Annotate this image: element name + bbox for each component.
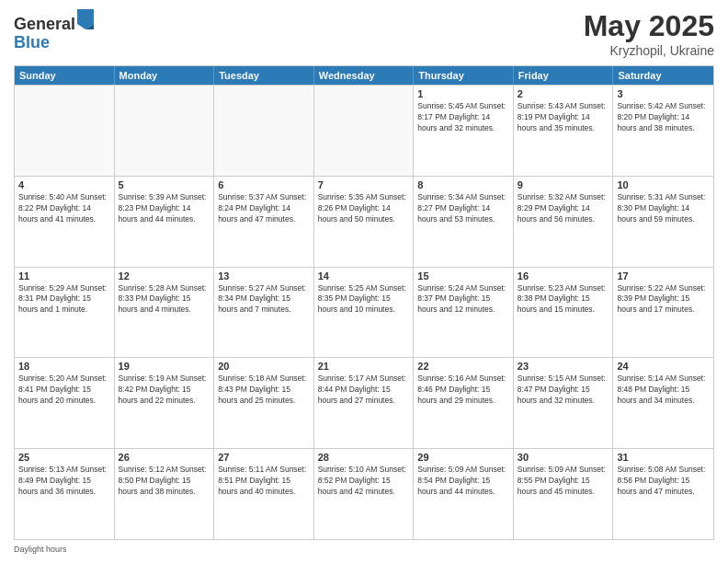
calendar-cell: 22Sunrise: 5:16 AM Sunset: 8:46 PM Dayli… (414, 358, 514, 448)
day-number: 2 (518, 88, 609, 99)
day-number: 8 (417, 179, 509, 190)
day-info: Sunrise: 5:13 AM Sunset: 8:49 PM Dayligh… (18, 465, 110, 498)
day-number: 21 (318, 361, 410, 372)
calendar-cell: 17Sunrise: 5:22 AM Sunset: 8:39 PM Dayli… (613, 268, 713, 358)
calendar-cell: 6Sunrise: 5:37 AM Sunset: 8:24 PM Daylig… (214, 177, 314, 267)
header-day-sunday: Sunday (15, 66, 115, 85)
logo-icon (77, 9, 94, 29)
logo: General Blue (14, 9, 94, 52)
footer-daylight: Daylight hours (14, 545, 67, 554)
calendar-cell: 1Sunrise: 5:45 AM Sunset: 8:17 PM Daylig… (414, 86, 514, 176)
day-info: Sunrise: 5:18 AM Sunset: 8:43 PM Dayligh… (218, 373, 310, 407)
day-info: Sunrise: 5:45 AM Sunset: 8:17 PM Dayligh… (417, 101, 509, 134)
day-number: 20 (218, 361, 310, 372)
header-day-saturday: Saturday (613, 66, 713, 85)
title-block: May 2025 Kryzhopil, Ukraine (584, 9, 714, 58)
calendar-cell: 10Sunrise: 5:31 AM Sunset: 8:30 PM Dayli… (613, 177, 713, 267)
day-info: Sunrise: 5:08 AM Sunset: 8:56 PM Dayligh… (617, 465, 710, 498)
day-number: 5 (119, 179, 210, 190)
day-number: 31 (617, 452, 710, 463)
header-day-monday: Monday (115, 66, 215, 85)
calendar-cell (314, 86, 415, 176)
calendar-cell: 5Sunrise: 5:39 AM Sunset: 8:23 PM Daylig… (115, 177, 215, 267)
header-day-friday: Friday (514, 66, 614, 85)
day-number: 23 (518, 361, 609, 372)
calendar-cell: 11Sunrise: 5:29 AM Sunset: 8:31 PM Dayli… (15, 268, 115, 358)
daylight-label: Daylight hours (14, 545, 67, 554)
calendar-cell: 15Sunrise: 5:24 AM Sunset: 8:37 PM Dayli… (414, 268, 514, 358)
header-day-tuesday: Tuesday (214, 66, 314, 85)
day-number: 19 (119, 361, 210, 372)
day-info: Sunrise: 5:15 AM Sunset: 8:47 PM Dayligh… (518, 373, 609, 407)
calendar-cell: 29Sunrise: 5:09 AM Sunset: 8:54 PM Dayli… (414, 449, 514, 539)
calendar-cell: 31Sunrise: 5:08 AM Sunset: 8:56 PM Dayli… (613, 449, 713, 539)
calendar-week-5: 25Sunrise: 5:13 AM Sunset: 8:49 PM Dayli… (15, 448, 713, 539)
calendar-week-2: 4Sunrise: 5:40 AM Sunset: 8:22 PM Daylig… (15, 176, 713, 267)
calendar-cell: 9Sunrise: 5:32 AM Sunset: 8:29 PM Daylig… (514, 177, 614, 267)
day-number: 6 (218, 179, 310, 190)
calendar-cell: 12Sunrise: 5:28 AM Sunset: 8:33 PM Dayli… (115, 268, 215, 358)
day-info: Sunrise: 5:29 AM Sunset: 8:31 PM Dayligh… (18, 283, 110, 316)
calendar-cell: 18Sunrise: 5:20 AM Sunset: 8:41 PM Dayli… (15, 358, 115, 448)
day-number: 24 (617, 361, 710, 372)
day-info: Sunrise: 5:28 AM Sunset: 8:33 PM Dayligh… (119, 283, 210, 316)
day-info: Sunrise: 5:11 AM Sunset: 8:51 PM Dayligh… (218, 465, 310, 498)
day-number: 13 (218, 270, 310, 282)
page-subtitle: Kryzhopil, Ukraine (584, 43, 714, 58)
calendar-cell (214, 86, 314, 176)
calendar-cell: 21Sunrise: 5:17 AM Sunset: 8:44 PM Dayli… (314, 358, 415, 448)
calendar-cell: 8Sunrise: 5:34 AM Sunset: 8:27 PM Daylig… (414, 177, 514, 267)
day-number: 11 (18, 270, 110, 282)
day-info: Sunrise: 5:10 AM Sunset: 8:52 PM Dayligh… (318, 465, 410, 498)
day-info: Sunrise: 5:43 AM Sunset: 8:19 PM Dayligh… (518, 101, 609, 134)
day-info: Sunrise: 5:34 AM Sunset: 8:27 PM Dayligh… (417, 192, 509, 225)
day-info: Sunrise: 5:09 AM Sunset: 8:54 PM Dayligh… (417, 465, 509, 498)
calendar-cell: 4Sunrise: 5:40 AM Sunset: 8:22 PM Daylig… (15, 177, 115, 267)
calendar-cell: 25Sunrise: 5:13 AM Sunset: 8:49 PM Dayli… (15, 449, 115, 539)
logo-blue-text: Blue (14, 34, 94, 52)
header: General Blue May 2025 Kryzhopil, Ukraine (14, 9, 714, 58)
day-info: Sunrise: 5:20 AM Sunset: 8:41 PM Dayligh… (18, 373, 110, 407)
calendar-cell: 28Sunrise: 5:10 AM Sunset: 8:52 PM Dayli… (314, 449, 415, 539)
calendar-cell: 3Sunrise: 5:42 AM Sunset: 8:20 PM Daylig… (613, 86, 713, 176)
day-number: 7 (318, 179, 410, 190)
calendar-week-4: 18Sunrise: 5:20 AM Sunset: 8:41 PM Dayli… (15, 357, 713, 448)
day-info: Sunrise: 5:17 AM Sunset: 8:44 PM Dayligh… (318, 373, 410, 407)
calendar-cell: 23Sunrise: 5:15 AM Sunset: 8:47 PM Dayli… (514, 358, 614, 448)
day-info: Sunrise: 5:35 AM Sunset: 8:26 PM Dayligh… (318, 192, 410, 225)
day-info: Sunrise: 5:31 AM Sunset: 8:30 PM Dayligh… (617, 192, 710, 225)
logo-blue: Blue (14, 33, 50, 52)
day-number: 3 (617, 88, 710, 99)
day-number: 4 (18, 179, 110, 190)
day-number: 25 (18, 452, 110, 463)
header-day-wednesday: Wednesday (314, 66, 415, 85)
header-day-thursday: Thursday (414, 66, 514, 85)
logo-text: General (14, 9, 94, 34)
day-info: Sunrise: 5:22 AM Sunset: 8:39 PM Dayligh… (617, 283, 710, 316)
calendar-cell: 30Sunrise: 5:09 AM Sunset: 8:55 PM Dayli… (514, 449, 614, 539)
calendar-cell: 16Sunrise: 5:23 AM Sunset: 8:38 PM Dayli… (514, 268, 614, 358)
calendar-cell: 26Sunrise: 5:12 AM Sunset: 8:50 PM Dayli… (115, 449, 215, 539)
day-number: 22 (417, 361, 509, 372)
day-info: Sunrise: 5:32 AM Sunset: 8:29 PM Dayligh… (518, 192, 609, 225)
day-number: 14 (318, 270, 410, 282)
day-number: 28 (318, 452, 410, 463)
calendar-week-3: 11Sunrise: 5:29 AM Sunset: 8:31 PM Dayli… (15, 267, 713, 358)
calendar-header: SundayMondayTuesdayWednesdayThursdayFrid… (15, 66, 713, 85)
calendar-body: 1Sunrise: 5:45 AM Sunset: 8:17 PM Daylig… (15, 85, 713, 539)
footer: Daylight hours (14, 545, 714, 554)
page: General Blue May 2025 Kryzhopil, Ukraine… (0, 0, 728, 563)
calendar-week-1: 1Sunrise: 5:45 AM Sunset: 8:17 PM Daylig… (15, 85, 713, 176)
day-info: Sunrise: 5:37 AM Sunset: 8:24 PM Dayligh… (218, 192, 310, 225)
day-number: 18 (18, 361, 110, 372)
day-number: 12 (119, 270, 210, 282)
day-info: Sunrise: 5:16 AM Sunset: 8:46 PM Dayligh… (417, 373, 509, 407)
day-number: 10 (617, 179, 710, 190)
day-info: Sunrise: 5:24 AM Sunset: 8:37 PM Dayligh… (417, 283, 509, 316)
calendar: SundayMondayTuesdayWednesdayThursdayFrid… (14, 65, 714, 540)
day-number: 27 (218, 452, 310, 463)
day-info: Sunrise: 5:42 AM Sunset: 8:20 PM Dayligh… (617, 101, 710, 134)
calendar-cell: 27Sunrise: 5:11 AM Sunset: 8:51 PM Dayli… (214, 449, 314, 539)
day-number: 26 (119, 452, 210, 463)
day-info: Sunrise: 5:27 AM Sunset: 8:34 PM Dayligh… (218, 283, 310, 316)
